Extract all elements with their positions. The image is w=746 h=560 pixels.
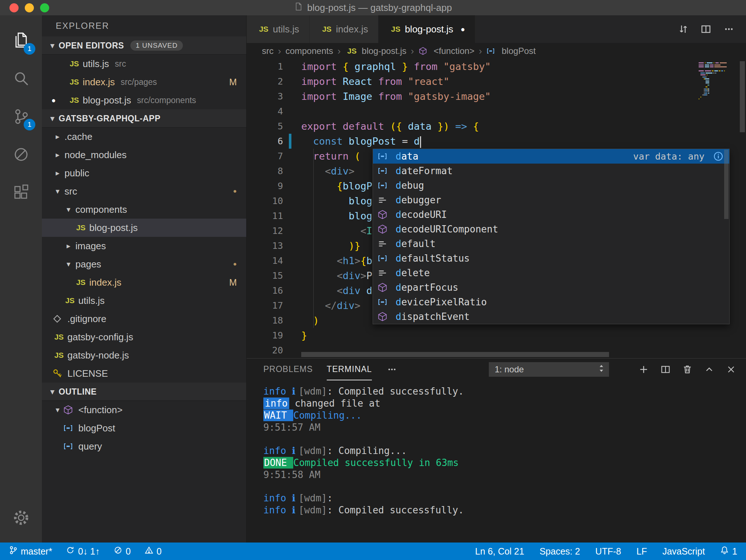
minimize-window-button[interactable] [25, 3, 34, 12]
dirty-dot-icon[interactable]: ● [460, 25, 465, 34]
sidebar-item-node_modules[interactable]: ▸node_modules [42, 146, 246, 164]
code-line-1[interactable]: 1import { graphql } from "gatsby" [247, 59, 746, 74]
sidebar-item-src[interactable]: ▾src● [42, 182, 246, 200]
split-editor-icon[interactable] [700, 23, 712, 35]
more-editor-actions-icon[interactable] [723, 23, 735, 35]
unsaved-count-badge: 1 UNSAVED [130, 40, 182, 51]
panel-more-icon[interactable] [386, 364, 398, 375]
suggestion-decodeURI[interactable]: decodeURI [373, 207, 729, 222]
close-window-button[interactable] [9, 3, 19, 12]
suggestion-debugger[interactable]: debugger [373, 193, 729, 207]
terminal-picker[interactable]: 1: node [489, 362, 609, 377]
new-terminal-icon[interactable] [638, 364, 649, 375]
sidebar-item-utils.js[interactable]: JSutils.js [42, 291, 246, 310]
info-icon[interactable] [713, 151, 723, 161]
panel-tab-problems[interactable]: PROBLEMS [263, 359, 313, 380]
open-editor-blog-post.js[interactable]: ●JSblog-post.jssrc/components [42, 91, 246, 109]
close-panel-icon[interactable] [726, 364, 737, 375]
breadcrumb-item-<function>[interactable]: <function> [419, 46, 475, 56]
suggestion-dateFormat[interactable]: dateFormat [373, 164, 729, 178]
zoom-window-button[interactable] [40, 3, 49, 12]
suggestion-default[interactable]: default [373, 236, 729, 251]
code-line-6[interactable]: 6 const blogPost = d [247, 134, 746, 149]
code-line-3[interactable]: 3import Image from "gatsby-image" [247, 89, 746, 104]
tab-blog-post.js[interactable]: JSblog-post.js● [378, 15, 475, 43]
code-line-19[interactable]: 19} [247, 328, 746, 343]
section-header-open-editors[interactable]: ▾OPEN EDITORS1 UNSAVED [42, 36, 246, 55]
status-language-mode[interactable]: JavaScript [662, 546, 705, 557]
sidebar-item-<function>[interactable]: ▾<function> [42, 401, 246, 419]
explorer-activity-icon[interactable]: 1 [0, 22, 42, 60]
maximize-panel-icon[interactable] [704, 364, 715, 375]
code-line-4[interactable]: 4 [247, 104, 746, 119]
section-header-workspace[interactable]: ▾GATSBY-GRAPHQL-APP [42, 109, 246, 128]
debug-activity-icon[interactable] [0, 136, 42, 173]
swap-editors-icon[interactable] [678, 23, 689, 35]
terminal-output[interactable]: info ℹ [wdm]: Compiled successfully.info… [247, 380, 746, 516]
extensions-activity-icon[interactable] [0, 173, 42, 211]
sidebar-item-LICENSE[interactable]: LICENSE [42, 364, 246, 383]
sidebar-item-index.js[interactable]: JSindex.jsM [42, 273, 246, 291]
suggestion-data[interactable]: datavar data: any [373, 149, 729, 164]
sidebar-item-public[interactable]: ▸public [42, 164, 246, 182]
status-eol[interactable]: LF [636, 546, 647, 557]
search-activity-icon[interactable] [0, 60, 42, 98]
sidebar-item-gatsby-node.js[interactable]: JSgatsby-node.js [42, 346, 246, 364]
code-line-2[interactable]: 2import React from "react" [247, 74, 746, 89]
variable-symbol-icon [377, 297, 388, 307]
suggestion-debug[interactable]: debug [373, 178, 729, 193]
horizontal-scrollbar[interactable] [301, 352, 609, 357]
suggest-scrollbar[interactable] [724, 150, 729, 219]
line-number: 9 [247, 179, 283, 193]
minimap[interactable] [699, 62, 738, 102]
vertical-scrollbar[interactable] [739, 59, 746, 358]
tab-utils.js[interactable]: JSutils.js [247, 15, 310, 43]
section-header-outline[interactable]: ▾OUTLINE [42, 383, 246, 401]
split-terminal-icon[interactable] [660, 364, 671, 375]
suggestion-devicePixelRatio[interactable]: devicePixelRatio [373, 295, 729, 309]
sidebar-item-.cache[interactable]: ▸.cache [42, 128, 246, 146]
status-git-branch[interactable]: master* [9, 545, 52, 557]
breadcrumb-item-components[interactable]: components [286, 46, 333, 56]
breadcrumb-item-blogPost[interactable]: blogPost [486, 46, 535, 56]
status-encoding[interactable]: UTF-8 [595, 546, 621, 557]
code-line-5[interactable]: 5export default ({ data }) => { [247, 119, 746, 134]
item-label: gatsby-node.js [67, 350, 129, 361]
item-label: .cache [64, 131, 93, 142]
settings-activity-icon[interactable] [0, 499, 42, 537]
open-editor-index.js[interactable]: JSindex.jssrc/pagesM [42, 73, 246, 91]
status-warnings[interactable]: 0 [145, 545, 162, 557]
kill-terminal-icon[interactable] [682, 364, 693, 375]
sidebar-item-.gitignore[interactable]: .gitignore [42, 310, 246, 328]
suggestion-decodeURIComponent[interactable]: decodeURIComponent [373, 222, 729, 236]
suggestion-defaultStatus[interactable]: defaultStatus [373, 251, 729, 266]
breadcrumb-item-blog-post.js[interactable]: JSblog-post.js [345, 46, 407, 56]
status-notifications[interactable]: 1 [720, 545, 737, 557]
sidebar-item-gatsby-config.js[interactable]: JSgatsby-config.js [42, 328, 246, 346]
tab-index.js[interactable]: JSindex.js [310, 15, 378, 43]
panel-actions [638, 364, 737, 375]
status-cursor-position[interactable]: Ln 6, Col 21 [475, 546, 524, 557]
status-indentation[interactable]: Spaces: 2 [539, 546, 580, 557]
sidebar-item-blogPost[interactable]: blogPost [42, 419, 246, 437]
breadcrumb-item-src[interactable]: src [262, 46, 274, 56]
sidebar-item-blog-post.js[interactable]: JSblog-post.js [42, 219, 246, 237]
breadcrumb-separator: › [337, 46, 341, 57]
chevron-down-icon: ▾ [47, 387, 58, 396]
status-label: master* [21, 546, 52, 557]
terminal-line: 9:51:58 AM [263, 469, 746, 481]
status-errors[interactable]: 0 [114, 545, 131, 557]
sidebar-item-query[interactable]: query [42, 437, 246, 455]
sidebar-item-images[interactable]: ▸images [42, 237, 246, 255]
terminal-line: WAIT Compiling... [263, 410, 746, 422]
open-editor-utils.js[interactable]: JSutils.jssrc [42, 55, 246, 73]
code-editor[interactable]: 1import { graphql } from "gatsby"2import… [247, 59, 746, 358]
suggestion-delete[interactable]: delete [373, 266, 729, 280]
panel-tab-terminal[interactable]: TERMINAL [327, 359, 372, 380]
suggestion-departFocus[interactable]: departFocus [373, 280, 729, 295]
sidebar-item-components[interactable]: ▾components [42, 200, 246, 219]
sidebar-item-pages[interactable]: ▾pages● [42, 255, 246, 273]
suggestion-dispatchEvent[interactable]: dispatchEvent [373, 309, 729, 324]
source-control-activity-icon[interactable]: 1 [0, 98, 42, 136]
status-sync-changes[interactable]: 0↓ 1↑ [66, 545, 100, 557]
